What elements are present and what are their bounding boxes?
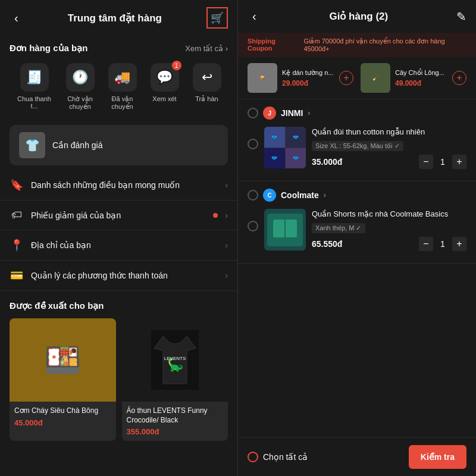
unpaid-label: Chua thanh t... xyxy=(17,95,52,109)
jinmi-shop-arrow: › xyxy=(308,109,310,117)
waiting-icon: 🕐 xyxy=(66,63,95,92)
coolmate-item-0-details: Quần Shorts mặc nhà Coolmate Basics Xanh… xyxy=(312,209,466,251)
quick-name-1: Cây Chổi Lông... xyxy=(395,68,447,77)
coolmate-shop-name: Coolmate xyxy=(281,190,319,200)
coupon-row: Shipping Coupon Giảm 70000đ phí vận chuy… xyxy=(248,37,466,52)
coupon-item-right: › xyxy=(213,211,228,220)
jinmi-item-0-decrease[interactable]: − xyxy=(419,155,433,169)
jinmi-item-0-qty: − 1 + xyxy=(419,155,466,169)
review-thumb: 👕 xyxy=(19,132,45,158)
shop-header-coolmate: C Coolmate › xyxy=(248,189,466,202)
add-quick-1-button[interactable]: + xyxy=(452,71,466,85)
quick-products-row: 📦 Kệ dán tường n... 29.000đ + 🧹 Cây Chổi… xyxy=(238,57,476,99)
add-quick-0-button[interactable]: + xyxy=(339,71,353,85)
jinmi-item-0-price: 35.000đ xyxy=(312,157,342,167)
right-footer: Chọn tất cả Kiểm tra xyxy=(238,437,476,476)
suggested-title: Được đề xuất cho bạn xyxy=(10,300,228,311)
return-label: Trả hàn xyxy=(195,95,218,103)
right-header: ‹ Giỏ hàng (2) ✎ xyxy=(238,0,476,33)
quick-name-0: Kệ dán tường n... xyxy=(282,68,334,77)
coolmate-item-0-thumb xyxy=(264,209,306,250)
edit-icon[interactable]: ✎ xyxy=(456,10,466,24)
select-all-checkbox[interactable] xyxy=(248,452,258,462)
jinmi-item-0-checkbox[interactable] xyxy=(248,139,258,149)
checkout-button[interactable]: Kiểm tra xyxy=(409,445,466,469)
product-card-0[interactable]: 🍱 Cơm Cháy Siêu Chà Bông 45.000đ xyxy=(10,318,116,441)
right-back-button[interactable]: ‹ xyxy=(248,7,261,26)
address-item[interactable]: 📍 Địa chỉ của bạn › xyxy=(0,230,237,261)
payment-label: Quản lý các phương thức thanh toán xyxy=(31,271,168,280)
coolmate-shop-arrow: › xyxy=(324,191,326,199)
coupon-arrow: › xyxy=(225,211,228,220)
payment-item[interactable]: 💳 Quản lý các phương thức thanh toán › xyxy=(0,261,237,291)
cart-item-jinmi-0: 🩲 🩲 🩲 🩲 Quần đùi thun cotton ngẫu nhiên … xyxy=(248,127,466,169)
jinmi-shop-checkbox[interactable] xyxy=(248,108,258,118)
coupon-item[interactable]: 🏷 Phiếu giảm giá của bạn › xyxy=(0,201,237,230)
product-price-1: 355.000đ xyxy=(127,427,224,436)
menu-items: 🔖 Danh sách những điều bạn mong muốn › 🏷… xyxy=(0,170,237,291)
orders-title: Đơn hàng của bạn xyxy=(10,43,87,54)
shop-section-jinmi: J JINMI › 🩲 🩲 🩲 🩲 Quần đùi thun cotton n… xyxy=(238,99,476,181)
order-item-review[interactable]: 💬 1 Xem xét xyxy=(151,63,179,111)
right-panel: ‹ Giỏ hàng (2) ✎ Shipping Coupon Giảm 70… xyxy=(238,0,476,476)
wishlist-arrow: › xyxy=(225,180,228,190)
order-icons-row: 🧾 Chua thanh t... 🕐 Chờ vậnchuyển 🚚 Đã v… xyxy=(0,58,237,120)
coolmate-avatar: C xyxy=(263,189,276,202)
review-card[interactable]: 👕 Cần đánh giá xyxy=(10,125,228,165)
left-page-title: Trung tâm đặt hàng xyxy=(68,12,162,24)
quick-info-0: Kệ dán tường n... 29.000đ xyxy=(282,68,334,87)
coolmate-shop-checkbox[interactable] xyxy=(248,190,258,201)
jinmi-item-0-qty-value: 1 xyxy=(438,157,447,167)
wishlist-item[interactable]: 🔖 Danh sách những điều bạn mong muốn › xyxy=(0,170,237,201)
jinmi-item-0-thumb: 🩲 🩲 🩲 🩲 xyxy=(264,127,306,168)
coolmate-item-0-qty: − 1 + xyxy=(419,237,466,251)
left-panel: ‹ Trung tâm đặt hàng 🛒 Đơn hàng của bạn … xyxy=(0,0,238,476)
return-icon: ↩ xyxy=(193,63,221,92)
jinmi-item-0-details: Quần đùi thun cotton ngẫu nhiên Size XL … xyxy=(312,127,466,169)
coolmate-item-0-checkbox[interactable] xyxy=(248,221,258,231)
right-page-title: Giỏ hàng (2) xyxy=(329,10,388,23)
jinmi-avatar: J xyxy=(263,107,276,120)
svg-text:LEVENTS: LEVENTS xyxy=(164,356,186,361)
cart-item-coolmate-0: Quần Shorts mặc nhà Coolmate Basics Xanh… xyxy=(248,209,466,251)
shop-header-jinmi: J JINMI › xyxy=(248,107,466,120)
address-arrow: › xyxy=(225,240,228,250)
jinmi-item-0-increase[interactable]: + xyxy=(452,155,466,169)
review-card-label: Cần đánh giá xyxy=(52,140,103,150)
jinmi-item-0-variant[interactable]: Size XL : 55-62kg, Màu tối ✓ xyxy=(312,141,403,151)
product-img-1: 🦕 LEVENTS xyxy=(122,318,228,402)
product-grid: 🍱 Cơm Cháy Siêu Chà Bông 45.000đ 🦕 LEVEN… xyxy=(10,318,228,441)
select-all-label: Chọn tất cả xyxy=(263,452,308,462)
jinmi-item-0-name: Quần đùi thun cotton ngẫu nhiên xyxy=(312,127,466,137)
cart-icon-button[interactable]: 🛒 xyxy=(206,7,228,29)
coupon-label: Phiếu giảm giá của bạn xyxy=(31,211,121,220)
suggested-section: Được đề xuất cho bạn 🍱 Cơm Cháy Siêu Chà… xyxy=(0,291,237,450)
shipping-coupon-bar[interactable]: Shipping Coupon Giảm 70000đ phí vận chuy… xyxy=(238,33,476,57)
coupon-dot xyxy=(213,213,218,218)
left-header: ‹ Trung tâm đặt hàng 🛒 xyxy=(0,0,237,36)
product-card-1[interactable]: 🦕 LEVENTS Áo thun LEVENTS Funny Crocodil… xyxy=(122,318,228,441)
quick-info-1: Cây Chổi Lông... 49.000đ xyxy=(395,68,447,87)
select-all-area: Chọn tất cả xyxy=(248,452,402,462)
order-item-unpaid[interactable]: 🧾 Chua thanh t... xyxy=(17,63,52,111)
coolmate-item-0-qty-value: 1 xyxy=(438,239,447,249)
cart-items: J JINMI › 🩲 🩲 🩲 🩲 Quần đùi thun cotton n… xyxy=(238,99,476,437)
order-item-waiting[interactable]: 🕐 Chờ vậnchuyển xyxy=(66,63,95,111)
product-name-0: Cơm Cháy Siêu Chà Bông xyxy=(14,406,111,416)
quick-thumb-1: 🧹 xyxy=(361,63,390,93)
wishlist-label: Danh sách những điều bạn mong muốn xyxy=(31,180,180,190)
product-info-0: Cơm Cháy Siêu Chà Bông 45.000đ xyxy=(10,402,116,432)
left-back-button[interactable]: ‹ xyxy=(10,9,23,27)
address-label: Địa chỉ của bạn xyxy=(31,240,91,250)
quick-thumb-0: 📦 xyxy=(248,63,277,93)
coolmate-item-0-decrease[interactable]: − xyxy=(419,237,433,251)
coolmate-item-0-increase[interactable]: + xyxy=(452,237,466,251)
quick-product-0: 📦 Kệ dán tường n... 29.000đ + xyxy=(248,63,353,93)
see-all-button[interactable]: Xem tất cả › xyxy=(185,44,228,53)
product-info-1: Áo thun LEVENTS Funny Crocodile/ Black 3… xyxy=(122,402,228,441)
quick-product-1: 🧹 Cây Chổi Lông... 49.000đ + xyxy=(361,63,466,93)
order-item-shipped[interactable]: 🚚 Đã vậnchuyển xyxy=(108,63,137,111)
coolmate-item-0-price: 65.550đ xyxy=(312,239,342,249)
order-item-return[interactable]: ↩ Trả hàn xyxy=(193,63,221,111)
coolmate-item-0-variant[interactable]: Xanh thép, M ✓ xyxy=(312,223,365,233)
